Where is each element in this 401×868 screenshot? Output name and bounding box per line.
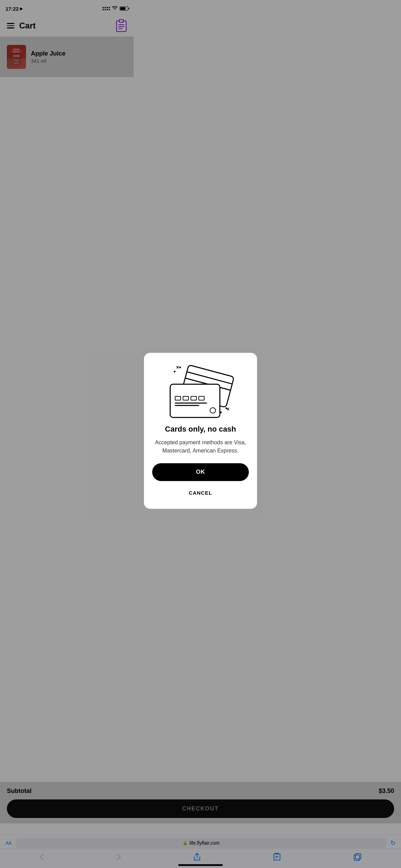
modal-overlay[interactable]: [0, 0, 134, 289]
